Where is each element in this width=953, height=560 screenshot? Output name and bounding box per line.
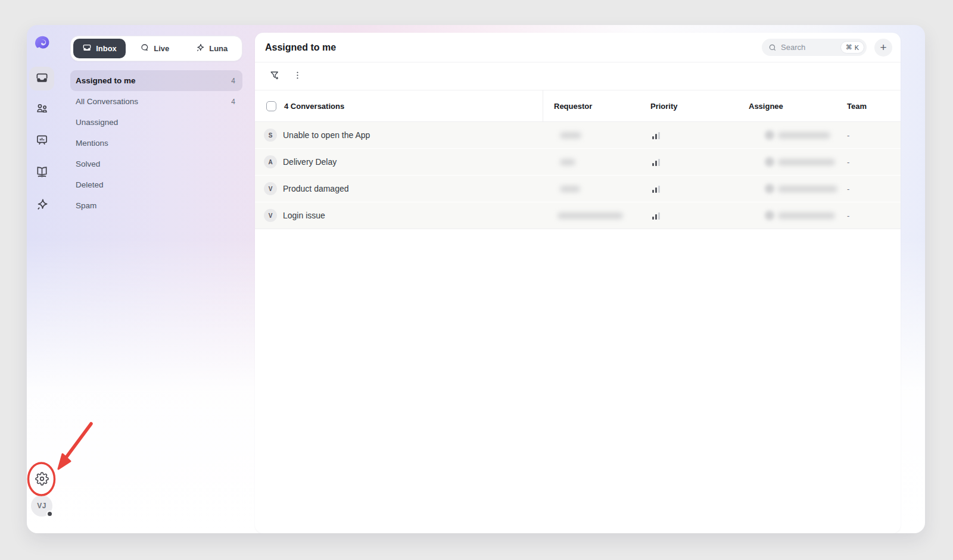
redacted-requestor: [558, 212, 623, 219]
tab-label: Inbox: [96, 44, 117, 53]
table-header: 4 Conversations Requestor Priority Assig…: [255, 90, 901, 122]
inbox-icon: [35, 71, 49, 87]
rail-contacts-button[interactable]: [29, 98, 54, 121]
priority-medium-icon: [652, 159, 660, 166]
main-panel: Assigned to me ⌘ K +: [255, 33, 901, 533]
redacted-assignee: [778, 159, 835, 165]
folder-assigned-to-me[interactable]: Assigned to me 4: [70, 70, 242, 91]
add-filter-button[interactable]: [269, 70, 281, 83]
folder-list: Assigned to me 4 All Conversations 4 Una…: [70, 70, 242, 216]
column-requestor: Requestor: [554, 102, 592, 111]
rail-ai-button[interactable]: [29, 193, 54, 217]
priority-medium-icon: [652, 212, 660, 220]
folder-count: 4: [231, 98, 235, 106]
table-row[interactable]: V Login issue -: [255, 202, 901, 229]
conversation-title: Product damaged: [283, 184, 349, 193]
gear-icon: [35, 472, 49, 488]
folder-unassigned[interactable]: Unassigned: [70, 112, 242, 133]
icon-rail: VJ: [27, 25, 57, 533]
contacts-icon: [35, 102, 49, 118]
requestor-initial-avatar: V: [264, 182, 277, 195]
user-avatar[interactable]: VJ: [31, 495, 52, 517]
conversation-title: Login issue: [283, 211, 325, 220]
team-value: -: [847, 184, 849, 193]
settings-button[interactable]: [29, 468, 54, 492]
search-box[interactable]: ⌘ K: [762, 39, 867, 56]
conversations-count-label: 4 Conversations: [284, 102, 344, 111]
column-priority: Priority: [650, 102, 678, 111]
desktop-background: VJ Inbox: [0, 0, 953, 560]
cmd-key: ⌘: [846, 43, 852, 51]
main-header: Assigned to me ⌘ K +: [255, 33, 901, 62]
conversations-table: 4 Conversations Requestor Priority Assig…: [255, 90, 901, 229]
inbox-icon: [82, 43, 92, 54]
folder-label: Spam: [76, 201, 96, 210]
redacted-requestor: [560, 132, 581, 139]
kebab-menu-icon: [292, 70, 303, 83]
tab-luna[interactable]: Luna: [184, 39, 240, 58]
column-team: Team: [847, 102, 867, 111]
rail-reports-button[interactable]: [29, 129, 54, 153]
priority-medium-icon: [652, 186, 660, 193]
new-conversation-button[interactable]: +: [874, 39, 892, 57]
requestor-initial-avatar: V: [264, 209, 277, 222]
redacted-requestor: [560, 159, 575, 165]
folder-label: Assigned to me: [76, 76, 136, 85]
app-window: VJ Inbox: [27, 25, 925, 533]
table-row[interactable]: V Product damaged -: [255, 176, 901, 202]
team-value: -: [847, 158, 849, 167]
k-key: K: [855, 44, 859, 51]
folder-label: All Conversations: [76, 97, 138, 106]
rail-knowledge-button[interactable]: [29, 161, 54, 184]
more-options-button[interactable]: [292, 70, 303, 83]
sidebar: Inbox Live: [57, 25, 255, 533]
redacted-assignee: [778, 186, 837, 192]
redacted-assignee: [778, 132, 830, 139]
conversation-title: Unable to open the App: [283, 130, 370, 140]
reports-icon: [35, 133, 49, 149]
folder-label: Solved: [76, 159, 100, 168]
priority-medium-icon: [652, 132, 660, 139]
redacted-assignee-avatar: [765, 184, 774, 193]
table-row[interactable]: A Delivery Delay -: [255, 149, 901, 176]
user-initials: VJ: [37, 502, 46, 510]
page-title: Assigned to me: [265, 42, 336, 53]
search-input[interactable]: [781, 43, 836, 52]
search-icon: [768, 43, 777, 52]
requestor-initial-avatar: S: [264, 129, 277, 142]
folder-mentions[interactable]: Mentions: [70, 133, 242, 154]
conversation-title: Delivery Delay: [283, 157, 337, 167]
column-assignee: Assignee: [749, 102, 783, 111]
filter-plus-icon: [269, 70, 281, 83]
tab-live[interactable]: Live: [127, 39, 183, 58]
folder-deleted[interactable]: Deleted: [70, 174, 242, 195]
folder-label: Mentions: [76, 139, 108, 148]
chat-bubble-icon: [140, 43, 150, 54]
ai-sparkle-icon: [35, 198, 49, 214]
tab-label: Live: [154, 44, 169, 53]
keyboard-shortcut-badge: ⌘ K: [840, 41, 864, 54]
knowledge-base-icon: [35, 165, 49, 181]
folder-label: Deleted: [76, 180, 104, 189]
workspace-tabs: Inbox Live: [70, 36, 242, 61]
redacted-assignee-avatar: [765, 211, 774, 220]
select-all-checkbox[interactable]: [266, 101, 276, 111]
status-dot: [46, 511, 53, 517]
folder-all-conversations[interactable]: All Conversations 4: [70, 91, 242, 112]
folder-solved[interactable]: Solved: [70, 154, 242, 174]
table-row[interactable]: S Unable to open the App -: [255, 122, 901, 149]
filter-bar: [255, 62, 901, 90]
redacted-assignee: [778, 212, 835, 219]
folder-count: 4: [231, 77, 235, 85]
rail-inbox-button[interactable]: [29, 67, 54, 90]
team-value: -: [847, 131, 849, 140]
tab-label: Luna: [209, 44, 228, 53]
tab-inbox[interactable]: Inbox: [73, 39, 126, 58]
team-value: -: [847, 211, 849, 220]
redacted-requestor: [560, 186, 580, 192]
folder-spam[interactable]: Spam: [70, 195, 242, 216]
redacted-assignee-avatar: [765, 157, 774, 167]
app-logo[interactable]: [33, 33, 52, 52]
folder-label: Unassigned: [76, 118, 118, 127]
sparkle-icon: [195, 43, 205, 54]
